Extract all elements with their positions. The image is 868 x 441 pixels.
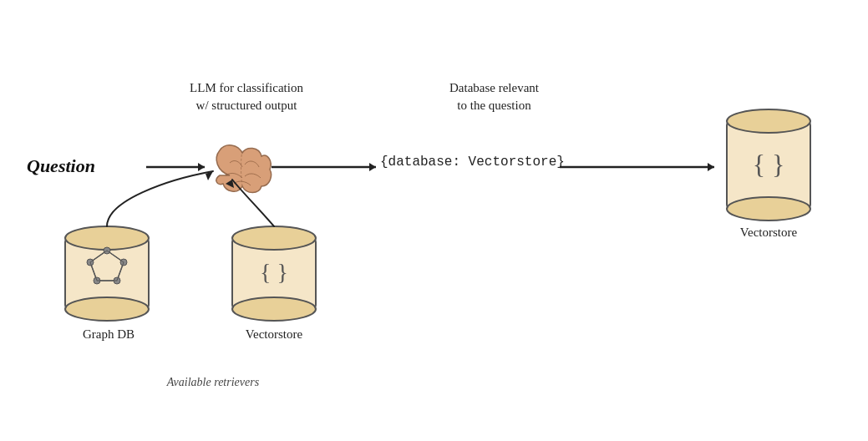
vectorstore-bottom-label: Vectorstore: [232, 326, 316, 343]
code-output-label: {database: Vectorstore}: [380, 155, 565, 170]
svg-point-1: [65, 226, 149, 250]
available-retrievers-label: Available retrievers: [129, 376, 297, 389]
svg-point-19: [727, 109, 810, 133]
svg-marker-23: [198, 163, 205, 171]
svg-marker-25: [369, 163, 376, 171]
graph-db-label: Graph DB: [67, 326, 150, 343]
svg-marker-27: [708, 163, 714, 171]
diagram-svg: { } { }: [0, 0, 868, 441]
svg-text:{ }: { }: [753, 150, 785, 180]
llm-classification-label: LLM for classificationw/ structured outp…: [175, 79, 317, 114]
svg-point-15: [232, 226, 316, 250]
svg-point-2: [65, 297, 149, 321]
svg-point-16: [232, 297, 316, 321]
svg-point-20: [727, 197, 810, 220]
svg-text:{ }: { }: [260, 259, 288, 285]
db-relevant-label: Database relevantto the question: [404, 79, 584, 114]
vectorstore-right-label: Vectorstore: [727, 224, 810, 241]
diagram-canvas: { } { }: [0, 0, 868, 441]
question-label: Question: [27, 155, 95, 177]
